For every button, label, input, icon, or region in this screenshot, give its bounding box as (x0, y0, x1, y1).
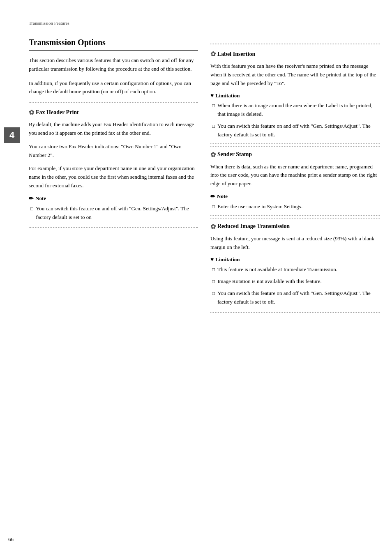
reduced-image-title: Reduced Image Transmission (217, 223, 290, 230)
fax-header-note-item-1: You can switch this feature on and off w… (30, 205, 198, 222)
sender-stamp-title: Sender Stamp (217, 151, 252, 158)
reduced-limitation-item-3: You can switch this feature on and off w… (212, 289, 380, 306)
label-insertion-heading: ✿ Label Insertion (210, 50, 380, 58)
divider-bottom-left (29, 227, 198, 228)
limitation-icon-label: ♥ (210, 92, 214, 99)
fax-header-title: Fax Header Print (36, 109, 79, 116)
sender-note-list: Enter the user name in System Settings. (210, 203, 380, 211)
note-icon-fax: ✏ (29, 195, 34, 202)
fax-header-note-heading: ✏ Note (29, 195, 198, 202)
page-number: 66 (8, 536, 14, 543)
fax-header-note-list: You can switch this feature on and off w… (29, 205, 198, 222)
section-title: Transmission Options (29, 38, 198, 51)
label-limitation-label: Limitation (215, 92, 240, 99)
reduced-limitation-label: Limitation (215, 256, 240, 263)
sender-stamp-body: When there is data, such as the user nam… (210, 163, 380, 188)
label-insertion-body: With this feature you can have the recei… (210, 62, 380, 88)
reduced-limitation-item-2: Image Rotation is not available with thi… (212, 277, 380, 286)
sender-stamp-icon: ✿ (210, 151, 216, 159)
label-limitation-list: When there is an image around the area w… (210, 101, 380, 139)
label-insertion-icon: ✿ (210, 50, 216, 58)
two-column-layout: Transmission Options This section descri… (29, 38, 380, 534)
label-limitation-item-1: When there is an image around the area w… (212, 101, 380, 119)
reduced-image-heading: ✿ Reduced Image Transmission (210, 223, 380, 230)
double-divider-2 (210, 215, 380, 219)
sender-stamp-heading: ✿ Sender Stamp (210, 151, 380, 159)
sender-note-item-1: Enter the user name in System Settings. (212, 203, 380, 211)
main-content: Transmission Features Transmission Optio… (25, 0, 392, 555)
double-divider-1 (210, 143, 380, 147)
reduced-image-icon: ✿ (210, 223, 216, 230)
section-intro-2: In addition, if you frequently use a cer… (29, 79, 198, 97)
label-limitation-heading: ♥ Limitation (210, 92, 380, 99)
sender-note-label: Note (217, 193, 228, 200)
right-column: ✿ Label Insertion With this feature you … (210, 38, 380, 534)
note-icon-sender: ✏ (210, 193, 215, 200)
chapter-number: 4 (4, 127, 20, 143)
fax-header-note-label: Note (35, 195, 46, 202)
reduced-limitation-item-1: This feature is not available at Immedia… (212, 265, 380, 274)
section-intro-1: This section describes various features … (29, 56, 198, 74)
reduced-limitation-list: This feature is not available at Immedia… (210, 265, 380, 306)
fax-header-body2: You can store two Fax Header indications… (29, 143, 198, 160)
sidebar: 4 66 (0, 0, 25, 555)
reduced-image-body: Using this feature, your message is sent… (210, 235, 380, 252)
breadcrumb: Transmission Features (29, 21, 380, 25)
reduced-limitation-heading: ♥ Limitation (210, 256, 380, 263)
fax-header-body3: For example, if you store your departmen… (29, 164, 198, 190)
label-insertion-title: Label Insertion (217, 51, 255, 58)
sender-note-heading: ✏ Note (210, 193, 380, 200)
divider-right-top (210, 44, 380, 44)
fax-header-icon: ✿ (29, 108, 34, 116)
left-column: Transmission Options This section descri… (29, 38, 198, 534)
divider-right-bottom (210, 312, 380, 313)
limitation-icon-reduced: ♥ (210, 256, 214, 263)
fax-header-body1: By default, the machine adds your Fax He… (29, 120, 198, 138)
fax-header-heading: ✿ Fax Header Print (29, 108, 198, 116)
label-limitation-item-2: You can switch this feature on and off w… (212, 122, 380, 139)
divider-1 (29, 102, 198, 103)
